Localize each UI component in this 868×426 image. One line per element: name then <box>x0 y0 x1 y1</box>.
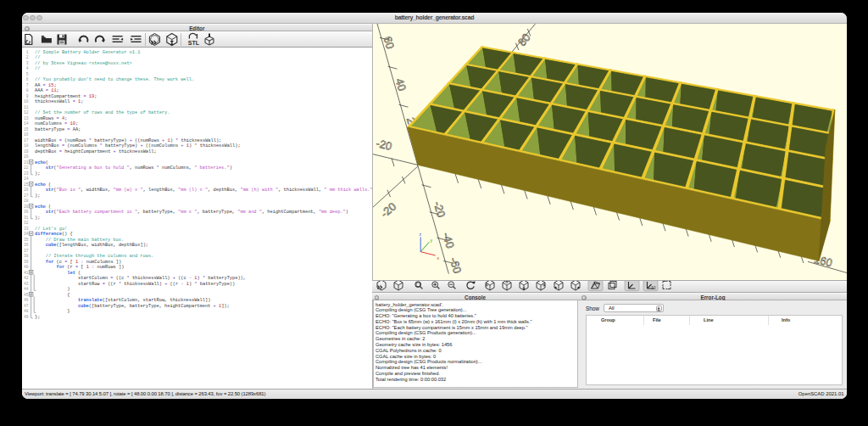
svg-text:10: 10 <box>651 285 656 290</box>
